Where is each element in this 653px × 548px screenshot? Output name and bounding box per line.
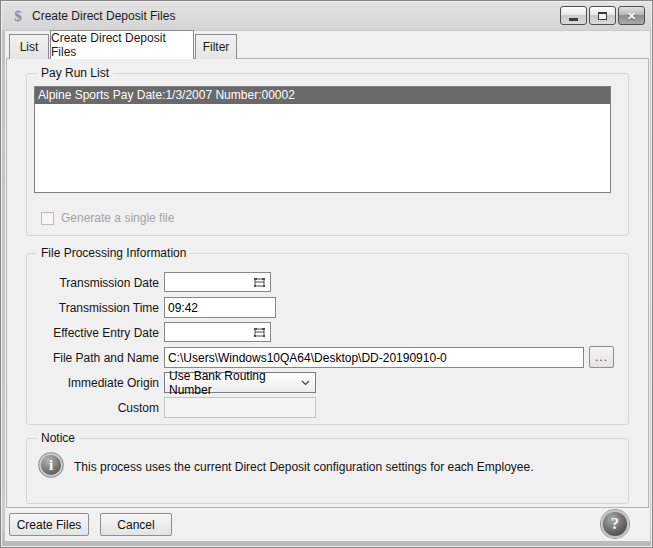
- custom-input: [164, 397, 316, 418]
- pay-run-list-group-label: Pay Run List: [37, 66, 113, 80]
- dollar-app-icon: $: [10, 8, 26, 25]
- tab-create-label: Create Direct Deposit Files: [51, 31, 193, 59]
- immediate-origin-dropdown[interactable]: Use Bank Routing Number: [164, 372, 316, 393]
- create-files-button[interactable]: Create Files: [9, 513, 89, 536]
- effective-entry-date-label: Effective Entry Date: [26, 326, 159, 340]
- notice-group-label: Notice: [37, 431, 79, 445]
- create-files-button-label: Create Files: [17, 518, 82, 532]
- tab-filter-label: Filter: [203, 40, 230, 54]
- immediate-origin-value: Use Bank Routing Number: [169, 369, 301, 397]
- tab-filter[interactable]: Filter: [195, 34, 237, 59]
- browse-button[interactable]: ...: [589, 346, 614, 368]
- file-path-label: File Path and Name: [26, 351, 159, 365]
- cancel-button-label: Cancel: [117, 518, 154, 532]
- minimize-icon: [569, 18, 578, 21]
- help-icon[interactable]: ?: [601, 510, 629, 538]
- generate-single-file-label: Generate a single file: [61, 211, 174, 225]
- maximize-button[interactable]: [589, 6, 616, 25]
- list-item-label: Alpine Sports Pay Date:1/3/2007 Number:0…: [38, 88, 295, 102]
- browse-button-label: ...: [595, 350, 608, 364]
- close-icon: [627, 9, 636, 23]
- info-icon: i: [38, 452, 64, 478]
- file-path-input[interactable]: [164, 347, 584, 368]
- maximize-icon: [598, 12, 607, 20]
- close-button[interactable]: [618, 6, 645, 25]
- effective-entry-date-calendar-icon[interactable]: [250, 323, 268, 341]
- chevron-down-icon: [301, 380, 310, 386]
- tab-create-direct-deposit-files[interactable]: Create Direct Deposit Files: [50, 30, 194, 59]
- transmission-time-label: Transmission Time: [26, 301, 159, 315]
- cancel-button[interactable]: Cancel: [100, 513, 172, 536]
- generate-single-file-checkrow: Generate a single file: [41, 211, 174, 225]
- help-icon-glyph: ?: [611, 515, 619, 533]
- transmission-date-label: Transmission Date: [26, 276, 159, 290]
- generate-single-file-checkbox: [41, 212, 54, 225]
- pay-run-listbox[interactable]: Alpine Sports Pay Date:1/3/2007 Number:0…: [34, 86, 611, 193]
- tab-list-label: List: [20, 40, 39, 54]
- transmission-date-calendar-icon[interactable]: [250, 273, 268, 291]
- tab-list[interactable]: List: [9, 34, 49, 59]
- immediate-origin-label: Immediate Origin: [26, 376, 159, 390]
- file-processing-group-label: File Processing Information: [37, 246, 190, 260]
- custom-label: Custom: [26, 401, 159, 415]
- dialog-window: $ Create Direct Deposit Files List Creat…: [0, 0, 653, 548]
- list-item[interactable]: Alpine Sports Pay Date:1/3/2007 Number:0…: [35, 87, 610, 104]
- transmission-time-input[interactable]: [164, 297, 276, 318]
- minimize-button[interactable]: [560, 6, 587, 25]
- window-title: Create Direct Deposit Files: [32, 9, 175, 23]
- title-bar[interactable]: $ Create Direct Deposit Files: [1, 1, 652, 31]
- notice-text: This process uses the current Direct Dep…: [74, 460, 534, 474]
